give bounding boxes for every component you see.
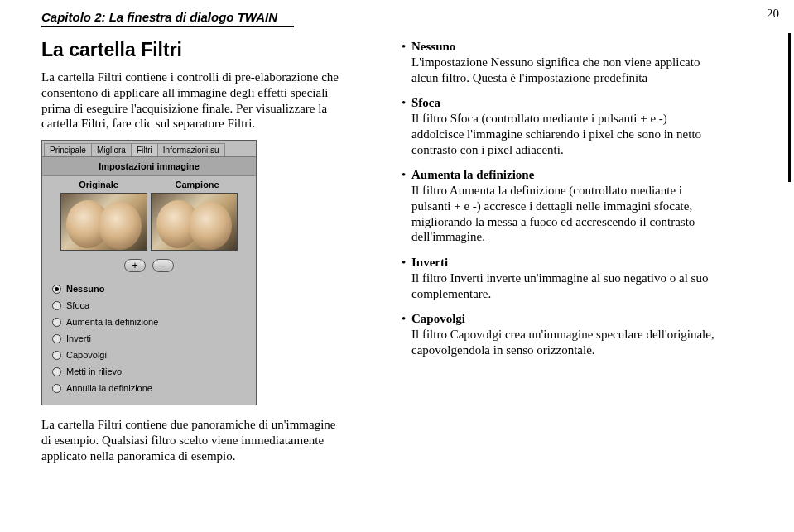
minus-button[interactable]: - xyxy=(152,259,174,272)
radio-option-annulla[interactable]: Annulla la definizione xyxy=(52,380,246,396)
radio-icon xyxy=(52,367,61,376)
bullet-title: Capovolgi xyxy=(411,312,465,325)
chapter-header: Capitolo 2: La finestra di dialogo TWAIN xyxy=(41,10,294,27)
bullet-icon: • xyxy=(393,311,411,357)
radio-option-aumenta[interactable]: Aumenta la definizione xyxy=(52,314,246,330)
tab-filtri[interactable]: Filtri xyxy=(131,143,158,156)
radio-icon xyxy=(52,334,61,343)
bullet-text: Il filtro Inverti inverte un'immagine al… xyxy=(411,271,708,300)
bullet-sfoca: • Sfoca Il filtro Sfoca (controllato med… xyxy=(393,95,716,157)
below-panel-paragraph: La cartella Filtri contiene due panorami… xyxy=(41,417,348,463)
bullet-text: Il filtro Capovolgi crea un'immagine spe… xyxy=(411,328,715,357)
radio-label: Capovolgi xyxy=(66,350,107,360)
radio-label: Nessuno xyxy=(66,284,104,294)
panel-banner: Impostazioni immagine xyxy=(42,157,256,176)
bullet-title: Nessuno xyxy=(411,40,455,53)
bullet-icon: • xyxy=(393,95,411,157)
radio-option-nessuno[interactable]: Nessuno xyxy=(52,280,246,297)
right-column: • Nessuno L'impostazione Nessuno signifi… xyxy=(393,39,716,472)
bullet-icon: • xyxy=(393,255,411,301)
intro-paragraph: La cartella Filtri contiene i controlli … xyxy=(41,69,348,132)
radio-label: Annulla la definizione xyxy=(66,383,152,393)
bullet-text: Il filtro Sfoca (controllato mediante i … xyxy=(411,112,701,156)
bullet-aumenta: • Aumenta la definizione Il filtro Aumen… xyxy=(393,167,716,245)
radio-label: Metti in rilievo xyxy=(66,367,122,376)
radio-option-capovolgi[interactable]: Capovolgi xyxy=(52,347,246,363)
preview-sample xyxy=(151,193,238,251)
page-number: 20 xyxy=(767,7,779,21)
left-column: La cartella Filtri La cartella Filtri co… xyxy=(41,39,348,472)
bullet-text: L'impostazione Nessuno significa che non… xyxy=(411,55,700,84)
filter-options-list: Nessuno Sfoca Aumenta la definizione Inv… xyxy=(42,279,256,405)
bullet-title: Aumenta la definizione xyxy=(411,168,534,181)
panel-tabs: Principale Migliora Filtri Informazioni … xyxy=(42,141,256,157)
radio-label: Sfoca xyxy=(66,300,89,310)
bullet-icon: • xyxy=(393,39,411,85)
radio-icon xyxy=(52,384,61,393)
tab-migliora[interactable]: Migliora xyxy=(91,143,132,156)
radio-icon xyxy=(52,285,61,294)
bullet-title: Sfoca xyxy=(411,96,440,109)
bullet-inverti: • Inverti Il filtro Inverti inverte un'i… xyxy=(393,255,716,301)
radio-icon xyxy=(52,301,61,310)
bullet-nessuno: • Nessuno L'impostazione Nessuno signifi… xyxy=(393,39,716,85)
compare-label-original: Originale xyxy=(79,180,118,189)
page-edge-marker xyxy=(788,33,791,182)
compare-label-sample: Campione xyxy=(176,180,219,189)
radio-icon xyxy=(52,351,61,360)
bullet-title: Inverti xyxy=(411,256,448,269)
plus-button[interactable]: + xyxy=(124,259,146,272)
tab-informazioni[interactable]: Informazioni su xyxy=(157,143,225,156)
bullet-capovolgi: • Capovolgi Il filtro Capovolgi crea un'… xyxy=(393,311,716,357)
filter-settings-panel: Principale Migliora Filtri Informazioni … xyxy=(41,140,257,405)
radio-icon xyxy=(52,318,61,327)
bullet-icon: • xyxy=(393,167,411,245)
bullet-text: Il filtro Aumenta la definizione (contro… xyxy=(411,184,695,243)
section-title: La cartella Filtri xyxy=(41,39,348,61)
radio-label: Inverti xyxy=(66,333,91,343)
radio-option-rilievo[interactable]: Metti in rilievo xyxy=(52,363,246,380)
radio-option-inverti[interactable]: Inverti xyxy=(52,330,246,347)
radio-option-sfoca[interactable]: Sfoca xyxy=(52,297,246,314)
preview-original xyxy=(60,193,147,251)
tab-principale[interactable]: Principale xyxy=(44,143,92,156)
radio-label: Aumenta la definizione xyxy=(66,317,158,327)
